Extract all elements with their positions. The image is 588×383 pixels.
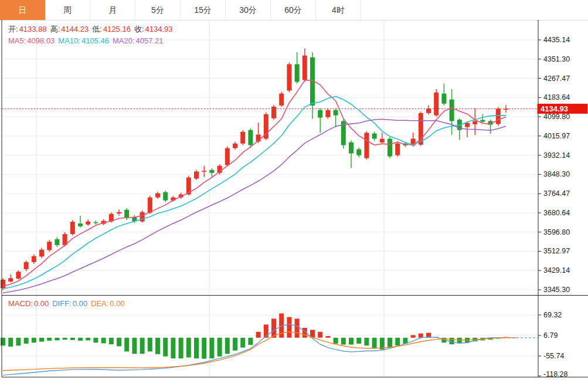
tab-timeframe-6[interactable]: 60分 bbox=[271, 0, 316, 20]
ma-value: 4057.21 bbox=[136, 36, 164, 45]
macd-bar bbox=[140, 338, 145, 354]
macd-label: DIFF: bbox=[52, 299, 72, 308]
candle bbox=[55, 239, 59, 245]
macd-bar bbox=[209, 338, 214, 358]
macd-bar bbox=[163, 338, 168, 357]
macd-value: 0.00 bbox=[73, 299, 87, 308]
macd-bar bbox=[334, 338, 338, 344]
macd-bar bbox=[86, 338, 90, 340]
candle bbox=[388, 139, 392, 157]
ohlc-label: 高: bbox=[50, 25, 60, 33]
price-chart-svg[interactable]: 4435.144351.304267.474183.644099.804015.… bbox=[0, 20, 588, 383]
macd-bar bbox=[349, 338, 354, 345]
candle bbox=[325, 110, 330, 117]
macd-bar bbox=[8, 338, 13, 347]
candle bbox=[295, 64, 300, 82]
price-axis-label: 4015.97 bbox=[543, 132, 570, 140]
candle bbox=[140, 212, 145, 222]
macd-bar bbox=[411, 335, 416, 337]
macd-bar bbox=[171, 338, 175, 358]
price-axis-label: 3848.30 bbox=[543, 170, 570, 178]
price-axis-label: 4351.30 bbox=[543, 55, 570, 63]
macd-bar bbox=[364, 338, 369, 345]
ma10-line bbox=[3, 96, 506, 289]
price-axis-label: 4183.64 bbox=[543, 93, 570, 101]
candle bbox=[434, 93, 439, 116]
candle bbox=[349, 143, 354, 154]
macd-axis-label: -55.74 bbox=[543, 352, 564, 360]
macd-bar bbox=[287, 317, 291, 338]
candle bbox=[248, 130, 253, 145]
macd-axis-label: 69.32 bbox=[543, 311, 562, 319]
candle bbox=[8, 278, 13, 282]
candle bbox=[194, 171, 199, 178]
price-axis-label: 3932.14 bbox=[543, 151, 570, 160]
candle bbox=[32, 256, 36, 262]
price-axis-label: 4435.14 bbox=[543, 36, 570, 44]
candle bbox=[39, 250, 44, 257]
macd-bar bbox=[155, 338, 160, 354]
candle bbox=[1, 280, 5, 288]
ma-label: MA10: bbox=[58, 36, 80, 45]
candle bbox=[318, 110, 322, 118]
macd-bar bbox=[217, 338, 222, 357]
candle bbox=[233, 144, 237, 148]
macd-bar bbox=[256, 332, 261, 338]
candle bbox=[372, 134, 377, 139]
candle bbox=[334, 110, 338, 116]
candle bbox=[78, 223, 83, 226]
macd-bar bbox=[419, 334, 423, 338]
tab-timeframe-0[interactable]: 日 bbox=[0, 0, 45, 20]
macd-bar bbox=[1, 338, 5, 345]
tab-timeframe-4[interactable]: 15分 bbox=[181, 0, 226, 20]
price-axis-label: 3764.47 bbox=[543, 189, 570, 198]
timeframe-toolbar: 日周月5分15分30分60分4时 bbox=[0, 0, 588, 21]
macd-axis-label: 6.79 bbox=[543, 331, 558, 340]
tab-timeframe-2[interactable]: 月 bbox=[90, 0, 135, 20]
macd-value: 0.00 bbox=[34, 299, 49, 308]
price-axis-label: 3596.80 bbox=[543, 228, 570, 236]
candle bbox=[279, 94, 284, 106]
candle bbox=[480, 120, 485, 121]
macd-info-row: MACD:0.00DIFF:0.00DEA:0.00 bbox=[8, 299, 128, 308]
candle bbox=[450, 100, 454, 121]
macd-bar bbox=[356, 338, 361, 344]
tab-timeframe-7[interactable]: 4时 bbox=[316, 0, 361, 20]
price-axis-label: 3345.30 bbox=[543, 286, 570, 294]
ohlc-info-row: 开:4133.88高:4144.23低:4125.16收:4134.93 bbox=[8, 24, 176, 35]
macd-bar bbox=[47, 338, 52, 341]
candle bbox=[47, 242, 52, 250]
ma-value: 4105.46 bbox=[81, 36, 109, 45]
macd-bar bbox=[117, 338, 121, 347]
candle bbox=[16, 272, 21, 279]
macd-bar bbox=[70, 338, 75, 340]
macd-bar bbox=[55, 338, 59, 340]
candle bbox=[441, 94, 446, 104]
macd-bar bbox=[63, 338, 67, 340]
macd-bar bbox=[132, 338, 137, 354]
macd-bar bbox=[93, 338, 98, 343]
tab-timeframe-5[interactable]: 30分 bbox=[226, 0, 271, 20]
ohlc-value: 4125.16 bbox=[103, 25, 131, 33]
price-axis-label: 3680.64 bbox=[543, 209, 570, 217]
ma-label: MA20: bbox=[113, 36, 135, 45]
candle bbox=[163, 192, 168, 201]
ma-label: MA5: bbox=[8, 36, 26, 45]
macd-label: MACD: bbox=[8, 299, 33, 308]
price-axis-label: 3429.14 bbox=[543, 266, 570, 274]
macd-bar bbox=[341, 338, 346, 345]
candle bbox=[473, 121, 477, 124]
tab-timeframe-3[interactable]: 5分 bbox=[135, 0, 181, 20]
candle bbox=[70, 222, 75, 234]
macd-value: 0.00 bbox=[110, 299, 124, 308]
macd-bar bbox=[248, 338, 253, 345]
ohlc-label: 开: bbox=[8, 25, 18, 33]
tab-timeframe-1[interactable]: 周 bbox=[45, 0, 90, 20]
macd-bar bbox=[240, 338, 245, 348]
macd-bar bbox=[295, 318, 300, 337]
ohlc-label: 收: bbox=[134, 25, 144, 33]
last-price-badge-value: 4134.93 bbox=[541, 104, 568, 113]
macd-bar bbox=[318, 332, 322, 338]
ma20-line bbox=[3, 119, 506, 293]
macd-bar bbox=[395, 338, 400, 345]
